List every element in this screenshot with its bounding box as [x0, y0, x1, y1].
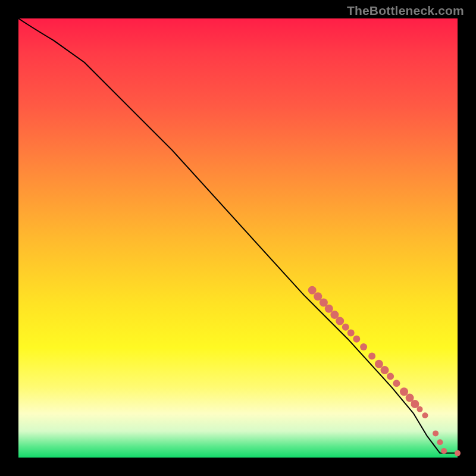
scatter-point: [325, 305, 333, 313]
scatter-point: [314, 292, 322, 300]
scatter-point: [411, 400, 419, 408]
scatter-cluster: [308, 286, 461, 456]
scatter-point: [417, 406, 423, 412]
scatter-point: [336, 317, 344, 325]
scatter-point: [368, 353, 375, 360]
scatter-point: [342, 324, 349, 331]
watermark-text: TheBottleneck.com: [347, 4, 464, 18]
scatter-point: [347, 329, 355, 336]
scatter-point: [455, 450, 461, 456]
main-curve: [18, 18, 458, 453]
scatter-point: [360, 343, 367, 350]
scatter-point: [381, 366, 389, 374]
scatter-point: [433, 430, 439, 436]
chart-overlay: [18, 18, 458, 458]
scatter-point: [422, 412, 428, 418]
scatter-point: [353, 336, 360, 343]
scatter-point: [387, 373, 394, 380]
scatter-point: [400, 387, 408, 396]
scatter-point: [393, 380, 400, 387]
scatter-point: [375, 360, 383, 368]
scatter-point: [308, 286, 317, 295]
chart-stage: TheBottleneck.com: [0, 0, 476, 476]
scatter-point: [437, 439, 443, 445]
scatter-point: [441, 448, 447, 454]
